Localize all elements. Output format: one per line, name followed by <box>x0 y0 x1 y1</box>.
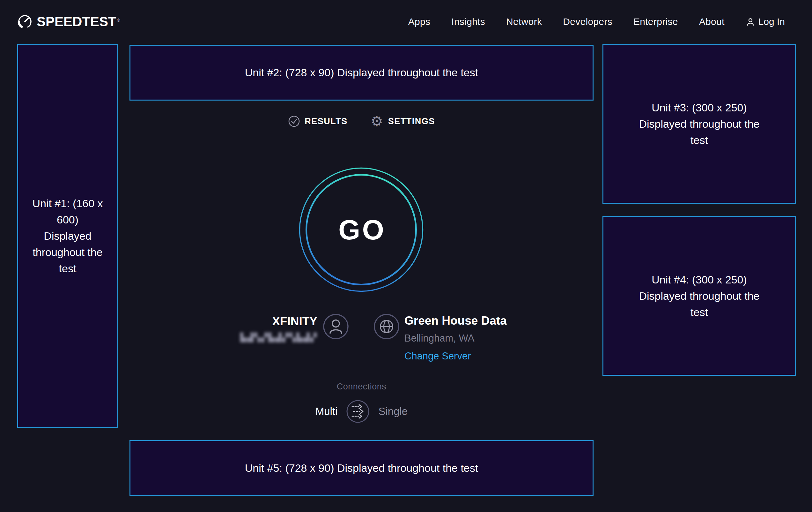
login-label: Log In <box>758 16 785 27</box>
speedtest-logo[interactable]: SPEEDTEST® <box>18 15 120 29</box>
connections-toggle-row: Multi Single <box>129 399 593 424</box>
server-name: Green House Data <box>404 314 507 327</box>
ad-unit-4: Unit #4: (300 x 250) Displayed throughou… <box>603 216 796 376</box>
ad-unit-1: Unit #1: (160 x 600) Displayed throughou… <box>17 44 118 428</box>
tab-results-label: RESULTS <box>304 116 348 127</box>
nav-item-about[interactable]: About <box>699 16 725 27</box>
nav-item-network[interactable]: Network <box>506 16 542 27</box>
gauge-icon <box>18 15 32 29</box>
ad-unit-5: Unit #5: (728 x 90) Displayed throughout… <box>129 440 593 496</box>
connections-label: Connections <box>129 382 593 392</box>
top-nav-bar: SPEEDTEST® Apps Insights Network Develop… <box>0 0 812 44</box>
login-button[interactable]: Log In <box>746 16 785 27</box>
tab-bar: RESULTS ⚙ SETTINGS <box>129 114 593 128</box>
main-nav: Apps Insights Network Developers Enterpr… <box>408 16 785 27</box>
multi-connection-arrows-icon <box>346 399 370 424</box>
go-button-label: GO <box>298 167 424 293</box>
connections-toggle-button[interactable] <box>346 399 370 424</box>
isp-block: XFINITY ▙▟▚▞▙▟▞▚▙▟▞ <box>129 315 317 343</box>
check-circle-icon <box>288 115 300 127</box>
connection-info: XFINITY ▙▟▚▞▙▟▞▚▙▟▞ Green House Data Bel… <box>129 313 593 370</box>
ad-unit-5-label: Unit #5: (728 x 90) Displayed throughout… <box>245 460 478 476</box>
nav-item-apps[interactable]: Apps <box>408 16 431 27</box>
change-server-link[interactable]: Change Server <box>404 350 471 362</box>
connections-section: Connections Multi Single <box>129 382 593 424</box>
speedtest-page: SPEEDTEST® Apps Insights Network Develop… <box>0 0 812 512</box>
isp-name[interactable]: XFINITY <box>129 315 317 328</box>
tab-settings[interactable]: ⚙ SETTINGS <box>371 114 435 128</box>
ad-unit-2: Unit #2: (728 x 90) Displayed throughout… <box>129 45 593 101</box>
nav-item-enterprise[interactable]: Enterprise <box>633 16 678 27</box>
server-location: Bellingham, WA <box>404 332 507 344</box>
nav-item-insights[interactable]: Insights <box>451 16 485 27</box>
connections-single-option[interactable]: Single <box>378 405 408 417</box>
ad-unit-2-label: Unit #2: (728 x 90) Displayed throughout… <box>245 64 478 81</box>
tab-results[interactable]: RESULTS <box>288 115 348 127</box>
ad-unit-1-label: Unit #1: (160 x 600) Displayed throughou… <box>32 195 103 277</box>
isp-user-icon <box>323 314 349 340</box>
ad-unit-3-label: Unit #3: (300 x 250) Displayed throughou… <box>633 100 766 149</box>
ad-unit-3: Unit #3: (300 x 250) Displayed throughou… <box>603 44 796 204</box>
logo-text: SPEEDTEST <box>37 14 116 29</box>
tab-settings-label: SETTINGS <box>388 116 435 127</box>
gear-icon: ⚙ <box>371 114 384 128</box>
ad-unit-4-label: Unit #4: (300 x 250) Displayed throughou… <box>633 272 766 321</box>
user-icon <box>746 17 755 26</box>
logo-trademark: ® <box>117 18 120 23</box>
go-button[interactable]: GO <box>298 167 424 293</box>
server-globe-icon <box>374 314 400 340</box>
server-block: Green House Data Bellingham, WA Change S… <box>404 314 507 362</box>
nav-item-developers[interactable]: Developers <box>563 16 612 27</box>
connections-multi-option[interactable]: Multi <box>315 405 338 417</box>
ip-address-redacted: ▙▟▚▞▙▟▞▚▙▟▞ <box>129 332 317 343</box>
